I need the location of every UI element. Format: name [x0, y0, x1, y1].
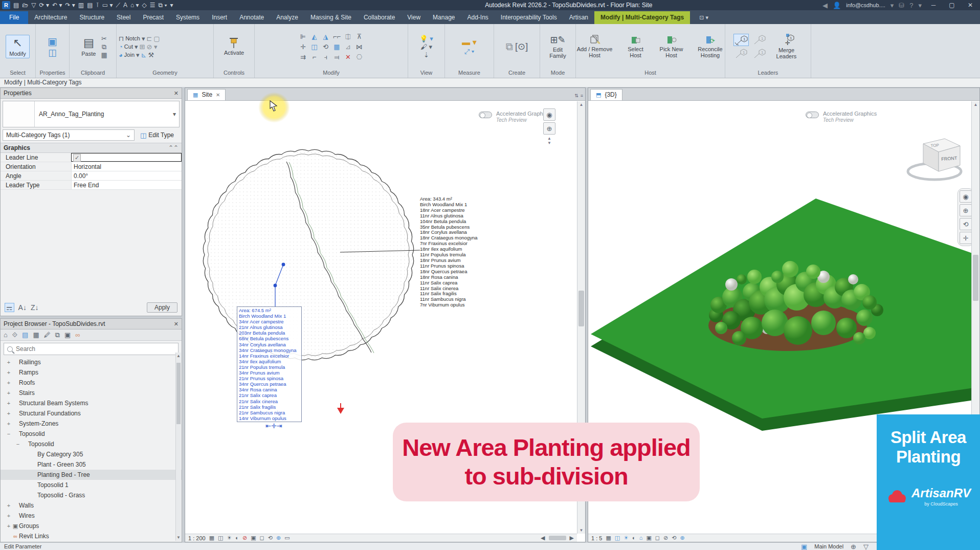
ribbon-tab[interactable]: Collaborate: [358, 11, 401, 24]
show-crop-icon[interactable]: ◻: [655, 535, 660, 541]
dimension-icon[interactable]: ⤢ ▾: [464, 48, 474, 55]
create-group-icon[interactable]: ⧉: [506, 41, 513, 52]
tree-item-label[interactable]: Planting Bed - Tree: [37, 471, 90, 478]
help-icon[interactable]: ?: [909, 2, 913, 9]
steering-wheel-icon[interactable]: ◉: [543, 108, 555, 121]
browser-scrollbar[interactable]: ▲ ▼: [175, 353, 181, 541]
tree-item[interactable]: − Toposolid: [1, 439, 182, 449]
sun-path-icon[interactable]: ☀: [623, 535, 629, 541]
shadows-icon[interactable]: ◐: [632, 535, 636, 541]
view-tab-3d[interactable]: ⬒ {3D}: [590, 89, 622, 100]
wall-joins-icon[interactable]: ⊞: [140, 43, 145, 50]
browser-groups-icon[interactable]: ⧉: [55, 332, 60, 338]
tag-move-handle-icon[interactable]: ⇤✛⇥: [265, 422, 282, 430]
pick-new-host-button[interactable]: Pick New Host: [655, 34, 688, 59]
paste-button[interactable]: ▤ Paste: [78, 35, 99, 58]
split-gap-icon[interactable]: ⎅: [345, 33, 350, 40]
browser-scroll-thumb[interactable]: [176, 363, 181, 424]
tree-item[interactable]: Toposolid - Grass: [1, 490, 182, 500]
ribbon-collapse-icon[interactable]: ⊡ ▾: [699, 14, 708, 24]
mirror-pick-axis-icon[interactable]: ◭: [312, 33, 317, 40]
remove-leader-icon[interactable]: 1: [733, 48, 749, 60]
toggle-switch[interactable]: [479, 112, 492, 118]
close-doc-icon[interactable]: ▤: [87, 2, 93, 8]
ribbon-tab[interactable]: Structure: [73, 11, 110, 24]
tree-item-label[interactable]: Ramps: [19, 369, 38, 376]
linework-icon[interactable]: ⇣: [424, 52, 429, 58]
cope-icon[interactable]: ⊏: [146, 35, 152, 42]
tree-item-label[interactable]: Railings: [19, 359, 41, 366]
reconcile-hosting-button[interactable]: ⟳ Reconcile Hosting: [693, 34, 728, 59]
ribbon-tab[interactable]: Manage: [427, 11, 461, 24]
tree-item[interactable]: − Toposolid: [1, 429, 182, 439]
undo-icon[interactable]: ↶ ▾: [52, 2, 62, 8]
tree-expand-icon[interactable]: +: [6, 421, 12, 427]
tree-expand-icon[interactable]: +: [6, 390, 12, 396]
browser-schedules-icon[interactable]: ▤: [22, 332, 28, 338]
trim-corner-icon[interactable]: ⌐: [313, 54, 317, 60]
family-types-icon[interactable]: ◫: [48, 48, 57, 57]
crop-view-icon[interactable]: ▣: [646, 535, 651, 541]
tree-expand-icon[interactable]: −: [6, 431, 12, 437]
ribbon-tab[interactable]: Add-Ins: [461, 11, 494, 24]
sort-za-icon[interactable]: Z↓: [31, 304, 39, 311]
detail-level-icon[interactable]: ▦: [209, 535, 214, 541]
tab-modify-multi-category-tags[interactable]: Modify | Multi-Category Tags: [594, 11, 690, 24]
panel-label-select[interactable]: Select: [0, 69, 35, 78]
sort-az-icon[interactable]: A↓: [18, 304, 27, 311]
search-input[interactable]: [16, 345, 175, 353]
ruler-icon[interactable]: ▬ ▾: [462, 38, 476, 47]
account-email[interactable]: info@csdhub....: [846, 2, 885, 8]
tree-expand-icon[interactable]: +: [6, 369, 12, 376]
tree-item-label[interactable]: Wires: [19, 512, 35, 519]
tree-item-label[interactable]: Toposolid: [19, 430, 45, 437]
tree-item[interactable]: ∞ Revit Links: [1, 531, 182, 541]
tree-item[interactable]: Plant - Green 305: [1, 459, 182, 470]
tree-expand-icon[interactable]: +: [6, 400, 12, 406]
worksharing-display-icon[interactable]: ▭: [284, 535, 289, 541]
3d-vscroll-thumb[interactable]: [973, 255, 978, 301]
ribbon-tab[interactable]: Interoperability Tools: [495, 11, 563, 24]
user-icon[interactable]: 👤: [833, 2, 841, 9]
planting-tag-area1-selected[interactable]: Area: 674.5 m²Birch Woodland Mix 134nr A…: [237, 306, 302, 422]
join-label[interactable]: Join: [124, 52, 135, 58]
crop-view-icon[interactable]: ⊘: [242, 535, 247, 541]
tab-scroll-up-icon[interactable]: ⇅: [574, 93, 578, 98]
tree-item[interactable]: + Structural Beam Systems: [1, 398, 182, 408]
pin-element-icon[interactable]: ⊼: [357, 33, 362, 40]
reveal-hidden-icon[interactable]: ⟲: [268, 535, 273, 541]
filter-icon[interactable]: ▽: [863, 543, 868, 550]
scale-icon[interactable]: ⊿: [345, 43, 351, 50]
tree-item[interactable]: + ▣ Groups: [1, 521, 182, 531]
hammer-icon[interactable]: ⚒: [148, 52, 154, 58]
qat-customize-icon[interactable]: ▾: [170, 2, 173, 8]
trim-single-icon[interactable]: ⫞: [324, 54, 327, 60]
leader-elbow-handle[interactable]: [274, 284, 277, 288]
full-navigation-wheel-icon[interactable]: ◉: [960, 190, 972, 203]
paintbrush-icon[interactable]: 🖌 ▾: [420, 43, 432, 50]
tree-item[interactable]: Planting Bed - Tree: [1, 470, 182, 480]
tree-item-label[interactable]: Toposolid: [28, 441, 54, 448]
browser-revit-links-icon[interactable]: ∞: [75, 332, 80, 338]
ribbon-tab[interactable]: Annotate: [233, 11, 270, 24]
leader-end-handle[interactable]: [282, 263, 285, 267]
measure-icon[interactable]: ▭ ▾: [102, 2, 113, 8]
type-selector-dropdown-icon[interactable]: ▾: [170, 101, 179, 127]
property-value[interactable]: [71, 153, 182, 162]
help-dropdown-icon[interactable]: ▾: [918, 2, 922, 9]
cut-dropdown-icon[interactable]: ▾: [135, 43, 138, 50]
scroll-up-icon[interactable]: ▲: [176, 354, 181, 358]
ribbon-tab[interactable]: Massing & Site: [304, 11, 358, 24]
move-icon[interactable]: ✛: [300, 43, 306, 50]
pan-icon[interactable]: ✛: [960, 232, 972, 244]
switch-windows-icon[interactable]: ⧉ ▾: [159, 2, 167, 8]
properties-filter-icon[interactable]: ⚎: [5, 303, 14, 312]
cut-label[interactable]: Cut: [124, 43, 133, 50]
accelerated-graphics-toggle-3d[interactable]: Accelerated Graphics Tech Preview: [806, 111, 877, 123]
view-tab-site[interactable]: ▦ Site ✕: [187, 89, 226, 100]
property-value[interactable]: 0.00°: [71, 171, 182, 180]
navbar-collapse-icon[interactable]: ▲▼: [543, 136, 555, 145]
ribbon-tab[interactable]: Insert: [206, 11, 233, 24]
tree-expand-icon[interactable]: +: [6, 513, 12, 519]
sync-icon[interactable]: ⟳ ▾: [39, 2, 49, 8]
